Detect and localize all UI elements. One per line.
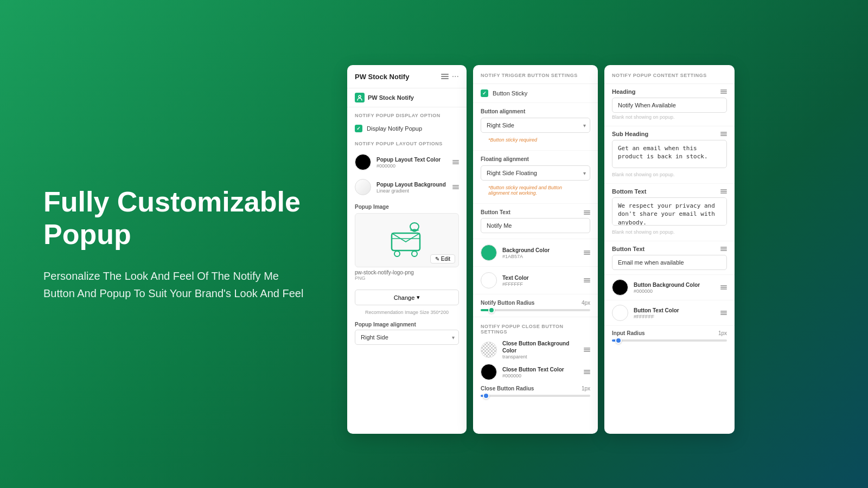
text-color-value: #000000	[376, 163, 447, 169]
text-color-info2: Text Color #FFFFFF	[502, 274, 578, 287]
hero-description: Personalize The Look And Feel Of The Not…	[43, 267, 304, 302]
btn-text-options-icon[interactable]	[720, 311, 727, 315]
button-text-options-icon[interactable]	[584, 210, 590, 215]
close-text-options-icon[interactable]	[584, 370, 590, 374]
edit-label: Edit	[441, 256, 450, 262]
hero-section: Fully Customizable Popup Personalize The…	[0, 153, 347, 335]
text-color-options-icon[interactable]	[452, 160, 459, 164]
dots-icon[interactable]: ···	[452, 72, 459, 81]
close-bg-name: Close Button Background Color	[502, 340, 578, 354]
heading-setting: Heading Blank not showing on popup.	[604, 84, 735, 126]
close-text-swatch[interactable]	[481, 364, 497, 380]
bg-color-name2: Background Color	[502, 247, 578, 254]
text-color-options-icon2[interactable]	[584, 278, 590, 282]
edit-button[interactable]: ✎ Edit	[430, 254, 455, 264]
close-radius-label-row: Close Button Radius 1px	[481, 386, 590, 391]
btn-text-info: Button Text Color #FFFFFF	[634, 307, 715, 319]
panel1-header: PW Stock Notify ···	[347, 65, 467, 88]
hero-title: Fully Customizable Popup	[43, 186, 304, 251]
text-color-swatch[interactable]	[355, 154, 371, 170]
panel-content-settings: NOTIFY POPUP CONTENT SETTINGS Heading Bl…	[604, 65, 735, 434]
close-bg-options-icon[interactable]	[584, 348, 590, 352]
notify-radius-value: 4px	[582, 300, 590, 306]
floating-label: Floating alignment	[481, 156, 590, 162]
close-text-value: #000000	[502, 373, 578, 378]
svg-point-7	[412, 251, 417, 256]
panel1-subtitle: PW Stock Notify	[368, 94, 414, 101]
button-alignment-wrapper: Right Side Left Side Center ▾	[481, 118, 590, 133]
button-alignment-select[interactable]: Right Side Left Side Center	[481, 118, 590, 133]
text-color-swatch2[interactable]	[481, 272, 497, 288]
heading-options-icon[interactable]	[720, 89, 727, 94]
bg-color-name: Popup Layout Background	[376, 181, 447, 188]
bottom-text-textarea[interactable]: We respect your privacy and don't share …	[612, 197, 727, 226]
btn-bg-value: #000000	[634, 288, 715, 294]
close-bg-row: Close Button Background Color transparen…	[481, 340, 590, 359]
change-button[interactable]: Change ▾	[355, 290, 459, 305]
svg-point-6	[394, 251, 400, 256]
btn-bg-swatch[interactable]	[612, 279, 628, 296]
image-filename: pw-stock-notify-logo-png	[355, 269, 459, 275]
close-bg-swatch[interactable]	[481, 342, 497, 358]
close-radius-row: Close Button Radius 1px	[481, 386, 590, 397]
bottom-text-setting: Bottom Text We respect your privacy and …	[604, 184, 735, 241]
subheading-blank-note: Blank not showing on popup.	[612, 170, 727, 179]
button-text-input3[interactable]	[612, 255, 727, 270]
bottom-text-blank-note: Blank not showing on popup.	[612, 228, 727, 236]
notify-radius-label: Notify Button Radius	[481, 300, 534, 306]
floating-select-wrapper: Right Side Floating Left Side Floating ▾	[481, 165, 590, 181]
input-radius-track[interactable]	[612, 339, 727, 342]
notify-radius-label-row: Notify Button Radius 4px	[481, 300, 590, 306]
close-radius-thumb[interactable]	[483, 393, 489, 399]
display-checkbox[interactable]	[355, 125, 362, 132]
close-radius-value: 1px	[582, 386, 590, 391]
button-text-title: Button Text	[612, 246, 644, 252]
button-text-input[interactable]	[481, 218, 590, 233]
bg-color-swatch[interactable]	[355, 179, 371, 195]
button-alignment-label: Button alignment	[481, 108, 590, 114]
sticky-checkbox[interactable]	[481, 89, 488, 97]
display-checkbox-label: Display Notify Popup	[367, 125, 422, 132]
panel1-icons: ···	[441, 72, 459, 81]
panel1-title: PW Stock Notify	[355, 73, 409, 81]
text-color-inner-row: Text Color #FFFFFF	[481, 272, 590, 288]
close-section-title: NOTIFY POPUP CLOSE BUTTON SETTINGS	[481, 324, 590, 335]
btn-bg-row: Button Background Color #000000	[612, 279, 727, 296]
btn-text-swatch[interactable]	[612, 305, 628, 321]
panel3-title: NOTIFY POPUP CONTENT SETTINGS	[604, 65, 735, 84]
btn-text-name: Button Text Color	[634, 307, 715, 314]
close-text-row: Close Button Text Color #000000	[481, 364, 590, 380]
btn-bg-setting: Button Background Color #000000	[604, 275, 735, 300]
btn-bg-name: Button Background Color	[634, 281, 715, 288]
input-radius-thumb[interactable]	[615, 337, 622, 344]
image-format: PNG	[355, 275, 459, 281]
panel-stock-notify: PW Stock Notify ··· PW Stock Notify NOTI…	[347, 65, 467, 434]
btn-text-value: #FFFFFF	[634, 314, 715, 319]
bg-color-options-icon[interactable]	[452, 185, 459, 189]
subheading-textarea[interactable]: Get an email when this product is back i…	[612, 140, 727, 168]
display-checkbox-row: Display Notify Popup	[347, 121, 467, 136]
bg-color-value: Linear gradient	[376, 188, 447, 194]
bottom-text-options-icon[interactable]	[720, 189, 727, 194]
close-radius-track[interactable]	[481, 395, 590, 397]
menu-icon[interactable]	[441, 74, 449, 79]
alignment-select[interactable]: Right Side Left Side Center	[355, 330, 459, 345]
alignment-label: Popup Image alignment	[347, 318, 467, 330]
notify-radius-thumb[interactable]	[488, 307, 495, 313]
alignment-note: *Button sticky required	[481, 135, 590, 145]
floating-select[interactable]: Right Side Floating Left Side Floating	[481, 165, 590, 181]
panels-container: PW Stock Notify ··· PW Stock Notify NOTI…	[347, 54, 735, 434]
bg-color-setting: Background Color #1AB57A	[473, 239, 598, 267]
subheading-options-icon[interactable]	[720, 132, 727, 136]
sticky-label: Button Sticky	[493, 90, 527, 97]
bg-color-options-icon2[interactable]	[584, 251, 590, 255]
svg-point-0	[359, 95, 361, 98]
bg-color-swatch2[interactable]	[481, 245, 497, 261]
notify-radius-track[interactable]	[481, 309, 590, 311]
btn-bg-options-icon[interactable]	[720, 285, 727, 290]
bg-color-value2: #1AB57A	[502, 254, 578, 259]
button-text-options-icon3[interactable]	[720, 247, 727, 251]
pencil-icon: ✎	[435, 256, 439, 262]
heading-input[interactable]	[612, 98, 727, 113]
heading-blank-note: Blank not showing on popup.	[612, 113, 727, 121]
